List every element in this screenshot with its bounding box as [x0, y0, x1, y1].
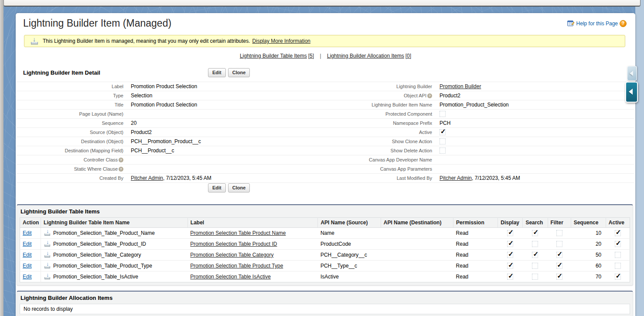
cell-display: [498, 228, 523, 239]
display-checkbox: [507, 263, 513, 269]
field-value: 20: [131, 120, 136, 126]
cell-sequence: 20: [571, 239, 606, 250]
row-edit-link[interactable]: Edit: [23, 252, 32, 258]
edit-button[interactable]: Edit: [208, 183, 226, 192]
field-row: Type Selection: [17, 91, 325, 100]
col-header-action: Action: [20, 218, 41, 228]
no-records-message: No records to display: [20, 304, 630, 314]
field-value: PCH__Product__c: [131, 148, 174, 154]
cell-search: [523, 228, 548, 239]
col-header-filter: Filter: [548, 218, 571, 228]
row-edit-link[interactable]: Edit: [23, 241, 32, 247]
managed-package-icon: [44, 252, 51, 258]
cell-permission: Read: [453, 271, 498, 282]
search-checkbox: [532, 252, 538, 258]
row-label-link[interactable]: Promotion Selection Table Product ID: [190, 241, 277, 247]
col-header-active: Active: [606, 218, 630, 228]
display-checkbox: [507, 274, 513, 280]
cell-item-name: Promotion_Selection_Table_Product_Type: [41, 261, 188, 271]
page-title: Lightning Builder Item (Managed): [23, 17, 171, 29]
cell-label: Promotion Selection Table Product Name: [187, 228, 318, 239]
field-row: Active: [325, 128, 634, 137]
clone-button[interactable]: Clone: [228, 68, 250, 77]
edit-button[interactable]: Edit: [208, 68, 226, 77]
cell-api-destination: [381, 261, 453, 271]
cell-item-name: Promotion_Selection_Table_Product_ID: [41, 239, 188, 250]
cell-sequence: 60: [571, 261, 606, 271]
cell-filter: [548, 239, 571, 250]
field-row: Sequence 20: [17, 119, 325, 128]
field-label: Canvas App Developer Name: [369, 157, 432, 162]
col-header-api-destination: API Name (Destination): [381, 218, 453, 228]
row-label-link[interactable]: Promotion Selection Table Product Type: [190, 263, 283, 269]
row-label-link[interactable]: Promotion Selection Table Product Name: [190, 230, 286, 236]
field-label: Canvas App Parameters: [380, 166, 432, 172]
table-items-shortcut[interactable]: Lightning Builder Table Items: [240, 53, 307, 59]
filter-checkbox: [556, 252, 562, 258]
clone-button[interactable]: Clone: [228, 183, 250, 192]
field-row: Show Clone Action: [325, 137, 634, 146]
help-link-label[interactable]: Help for this Page: [576, 21, 618, 27]
cell-filter: [548, 271, 571, 282]
field-row: Label Promotion Product Selection: [17, 82, 325, 91]
cell-sequence: 50: [571, 250, 606, 261]
cell-api-destination: [381, 239, 453, 250]
field-help-icon[interactable]: [427, 93, 432, 98]
row-label-link[interactable]: Promotion Selection Table Category: [190, 252, 273, 258]
field-value: PCH__Promotion_Product__c: [131, 138, 201, 144]
allocation-items-shortcut[interactable]: Lightning Builder Allocation Items: [327, 53, 404, 59]
field-label: Source (Object): [90, 130, 123, 135]
field-row: Lightning Builder Item Name Promotion_Pr…: [325, 100, 634, 110]
cell-api-source: ProductCode: [318, 239, 381, 250]
search-checkbox: [532, 241, 538, 247]
field-row: Source (Object) Product2: [17, 128, 325, 137]
cell-sequence: 70: [571, 271, 606, 282]
managed-warning-banner: This Lightning Builder Item is managed, …: [24, 35, 625, 47]
field-value: Product2: [131, 129, 152, 135]
table-row: Edit Promotion_Selection_Table_Product_T…: [20, 261, 630, 271]
display-checkbox: [507, 230, 513, 236]
field-value-link[interactable]: Pitcher Admin: [131, 175, 163, 181]
cell-permission: Read: [453, 228, 498, 239]
cell-item-name: Promotion_Selection_Table_IsActive: [41, 271, 188, 282]
sidebar-collapse-tab-secondary[interactable]: [627, 66, 637, 81]
display-more-information-link[interactable]: Display More Information: [252, 38, 310, 44]
row-edit-link[interactable]: Edit: [23, 230, 32, 236]
col-header-display: Display: [498, 218, 523, 228]
cell-search: [523, 271, 548, 282]
cell-search: [523, 239, 548, 250]
sidebar-collapse-tab-primary[interactable]: [625, 82, 638, 103]
detail-buttons-top: Edit Clone: [208, 68, 250, 77]
field-row: Object API Product2: [325, 91, 634, 100]
managed-package-icon: [44, 274, 51, 279]
detail-fields-left: Label Promotion Product Selection Type S…: [17, 82, 325, 183]
field-value-link[interactable]: Promotion Builder: [440, 83, 481, 89]
active-checkbox: [615, 230, 621, 236]
table-items-table: Action Lightning Builder Table Item Name…: [20, 217, 630, 282]
cell-api-source: IsActive: [318, 271, 381, 282]
active-checkbox: [615, 263, 621, 269]
detail-section-title: Lightning Builder Item Detail: [23, 69, 100, 76]
allocation-items-section-title: Lightning Builder Allocation Items: [17, 292, 633, 304]
cell-active: [606, 261, 630, 271]
row-edit-link[interactable]: Edit: [23, 274, 32, 280]
field-value: Selection: [131, 93, 152, 99]
cell-filter: [548, 261, 571, 271]
field-help-icon[interactable]: [119, 167, 123, 172]
row-label-link[interactable]: Promotion Selection Table IsActive: [190, 274, 271, 280]
table-row: Edit Promotion_Selection_Table_Product_I…: [20, 239, 630, 250]
readonly-checkbox: [440, 148, 446, 154]
row-edit-link[interactable]: Edit: [23, 263, 32, 269]
filter-checkbox: [556, 274, 562, 280]
question-circle-icon[interactable]: [620, 20, 627, 27]
readonly-checkbox: [440, 138, 446, 144]
field-help-icon[interactable]: [119, 158, 123, 162]
cell-permission: Read: [453, 239, 498, 250]
help-for-this-page[interactable]: Help for this Page: [567, 20, 627, 27]
main-content-card: Lightning Builder Item (Managed) Help fo…: [16, 13, 635, 316]
active-checkbox: [615, 274, 621, 280]
cell-item-name: Promotion_Selection_Table_Category: [41, 250, 188, 261]
filter-checkbox: [556, 263, 562, 269]
field-label: Show Clone Action: [392, 139, 432, 144]
field-value-link[interactable]: Pitcher Admin: [440, 175, 472, 181]
